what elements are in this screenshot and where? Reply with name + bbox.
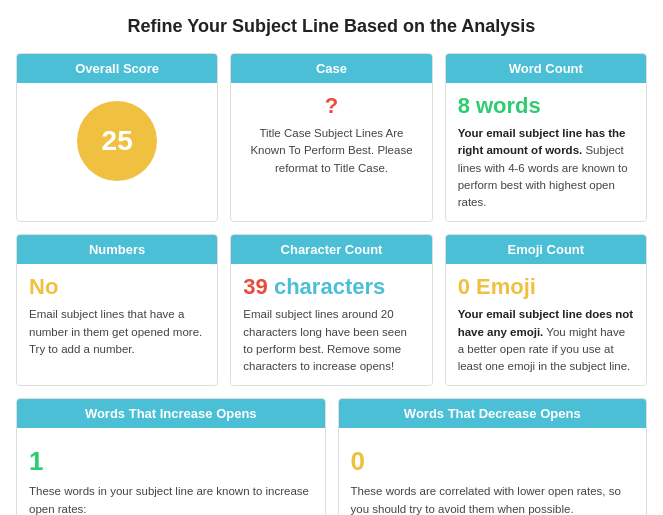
case-header: Case xyxy=(231,54,431,83)
emoji-count-description: Your email subject line does not have an… xyxy=(458,306,634,375)
case-card: Case ? Title Case Subject Lines Are Know… xyxy=(230,53,432,222)
words-increase-opens-value: 1 xyxy=(29,446,313,477)
character-count-unit: characters xyxy=(274,274,385,299)
emoji-count-header: Emoji Count xyxy=(446,235,646,264)
emoji-count-card: Emoji Count 0 Emoji Your email subject l… xyxy=(445,234,647,386)
numbers-header: Numbers xyxy=(17,235,217,264)
character-count-number: 39 xyxy=(243,274,267,299)
words-increase-opens-card: Words That Increase Opens 1 These words … xyxy=(16,398,326,515)
page-title: Refine Your Subject Line Based on the An… xyxy=(16,16,647,37)
words-decrease-opens-header: Words That Decrease Opens xyxy=(339,399,647,428)
character-count-value: 39 characters xyxy=(243,274,419,300)
overall-score-header: Overall Score xyxy=(17,54,217,83)
word-count-header: Word Count xyxy=(446,54,646,83)
score-circle: 25 xyxy=(77,101,157,181)
word-count-card: Word Count 8 words Your email subject li… xyxy=(445,53,647,222)
numbers-value: No xyxy=(29,274,205,300)
words-decrease-opens-value: 0 xyxy=(351,446,635,477)
overall-score-card: Overall Score 25 xyxy=(16,53,218,222)
character-count-description: Email subject lines around 20 characters… xyxy=(243,306,419,375)
character-count-card: Character Count 39 characters Email subj… xyxy=(230,234,432,386)
character-count-header: Character Count xyxy=(231,235,431,264)
words-increase-opens-description: These words in your subject line are kno… xyxy=(29,483,313,515)
emoji-count-value: 0 Emoji xyxy=(458,274,634,300)
words-decrease-opens-description: These words are correlated with lower op… xyxy=(351,483,635,515)
word-count-value: 8 words xyxy=(458,93,634,119)
word-count-description: Your email subject line has the right am… xyxy=(458,125,634,211)
numbers-card: Numbers No Email subject lines that have… xyxy=(16,234,218,386)
words-decrease-opens-card: Words That Decrease Opens 0 These words … xyxy=(338,398,648,515)
case-description: Title Case Subject Lines Are Known To Pe… xyxy=(243,125,419,177)
words-increase-opens-header: Words That Increase Opens xyxy=(17,399,325,428)
case-indicator: ? xyxy=(243,93,419,119)
numbers-description: Email subject lines that have a number i… xyxy=(29,306,205,358)
